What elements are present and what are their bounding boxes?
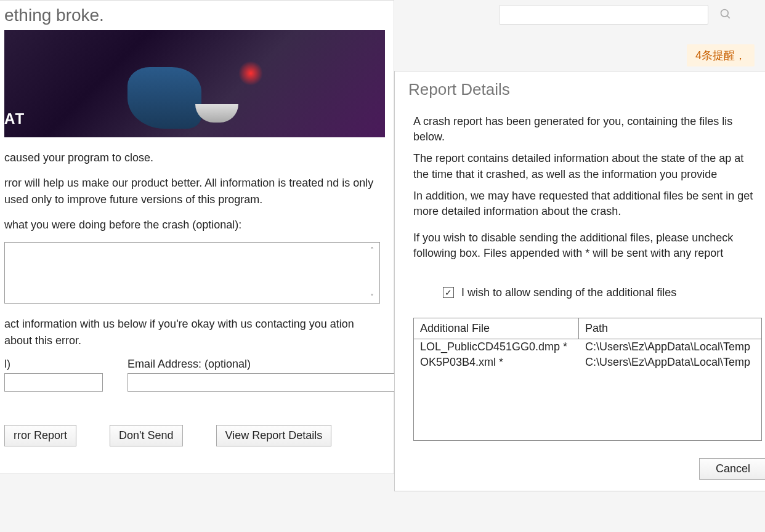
table-cell-file: LOL_PublicCD451GG0.dmp * [414, 339, 579, 355]
report-paragraph-2: The report contains detailed information… [413, 151, 762, 182]
email-field-label: Email Address: (optional) [127, 358, 399, 371]
email-input[interactable] [127, 373, 399, 392]
report-paragraph-1: A crash report has been generated for yo… [413, 114, 762, 145]
crash-title: ething broke. [0, 1, 394, 30]
allow-additional-files-label: I wish to allow sending of the additiona… [461, 286, 676, 299]
crash-report-dialog: ething broke. AT caused your program to … [0, 0, 394, 474]
report-paragraph-3: In addition, we may have requested that … [413, 188, 762, 219]
view-report-details-button[interactable]: View Report Details [216, 425, 332, 446]
report-paragraph-4: If you wish to disable sending the addit… [413, 230, 762, 261]
name-field-label: l) [4, 358, 103, 371]
crash-contact-line: act information with us below if you're … [4, 316, 381, 349]
cancel-button[interactable]: Cancel [699, 458, 765, 480]
table-header-row: Additional File Path [414, 318, 761, 339]
table-cell-file: OK5P03B4.xml * [414, 355, 579, 370]
background-search-box[interactable] [499, 5, 708, 25]
crash-desc-label: what you were doing before the crash (op… [4, 217, 381, 233]
report-details-title: Report Details [395, 71, 765, 108]
hero-overlay-text: AT [4, 110, 25, 127]
svg-point-0 [721, 10, 729, 17]
report-details-dialog: Report Details A crash report has been g… [394, 71, 765, 491]
crash-line-2: rror will help us make our product bette… [4, 175, 381, 208]
background-notification-badge[interactable]: 4条提醒， [687, 44, 755, 66]
allow-additional-files-checkbox[interactable]: ✓ [443, 287, 454, 298]
table-row[interactable]: LOL_PublicCD451GG0.dmp * C:\Users\Ez\App… [414, 339, 761, 355]
crash-hero-image: AT [4, 30, 385, 137]
svg-line-1 [727, 16, 730, 18]
send-error-report-button[interactable]: rror Report [4, 425, 76, 446]
crash-line-1: caused your program to close. [4, 150, 381, 166]
table-cell-path: C:\Users\Ez\AppData\Local\Temp [579, 355, 761, 370]
table-row[interactable]: OK5P03B4.xml * C:\Users\Ez\AppData\Local… [414, 355, 761, 370]
checkmark-icon: ✓ [445, 288, 452, 297]
name-input[interactable] [4, 373, 103, 392]
table-header-path[interactable]: Path [579, 318, 761, 339]
crash-description-textarea[interactable] [4, 242, 380, 304]
table-cell-path: C:\Users\Ez\AppData\Local\Temp [579, 339, 761, 355]
search-icon [719, 8, 732, 23]
table-header-file[interactable]: Additional File [414, 318, 579, 339]
dont-send-button[interactable]: Don't Send [110, 425, 183, 446]
additional-files-table: Additional File Path LOL_PublicCD451GG0.… [413, 318, 762, 441]
